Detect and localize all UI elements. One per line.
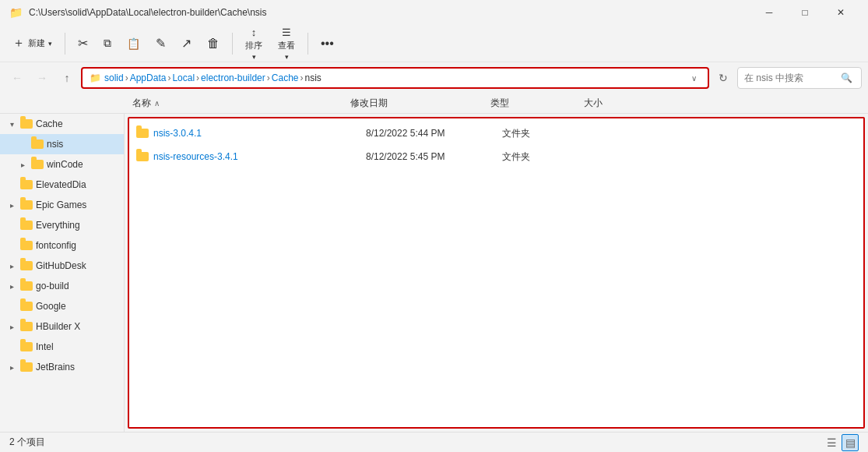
file-row-type-1: 文件夹 xyxy=(502,150,592,164)
sidebar-item-githubdesktop[interactable]: ▸ GitHubDesk xyxy=(0,256,124,276)
cut-button[interactable]: ✂ xyxy=(72,28,94,59)
breadcrumb-current: nsis xyxy=(304,72,321,83)
title-bar: 📁 C:\Users\solid\AppData\Local\electron-… xyxy=(0,0,868,25)
detail-view-button[interactable]: ▤ xyxy=(842,434,859,451)
folder-icon-gobuild xyxy=(20,280,33,292)
search-icon: 🔍 xyxy=(841,72,852,83)
sidebar-item-google[interactable]: ▸ Google xyxy=(0,296,124,316)
column-header-type[interactable]: 类型 xyxy=(484,94,578,113)
breadcrumb-local[interactable]: Local xyxy=(172,72,195,83)
more-icon: ••• xyxy=(321,37,334,51)
column-header-name[interactable]: 名称 ∧ xyxy=(126,94,344,113)
expand-icon-gobuild: ▸ xyxy=(6,281,17,291)
sort-arrow-name: ∧ xyxy=(154,99,160,108)
sidebar-item-intel[interactable]: ▸ Intel xyxy=(0,337,124,357)
view-label: 查看 xyxy=(278,40,295,51)
share-button[interactable]: ↗ xyxy=(175,28,198,59)
view-icon: ☰ xyxy=(282,26,291,38)
column-header-size[interactable]: 大小 xyxy=(578,94,640,113)
sidebar-item-hbuilderx[interactable]: ▸ HBuilder X xyxy=(0,316,124,337)
folder-icon-google xyxy=(20,300,33,313)
status-count: 2 个项目 xyxy=(9,436,45,449)
sidebar-label-elevated: ElevatedDia xyxy=(36,179,118,190)
address-dropdown-button[interactable]: ∨ xyxy=(686,70,701,86)
address-folder-icon: 📁 xyxy=(89,72,101,84)
new-label: 新建 xyxy=(28,37,45,49)
maximize-button[interactable]: □ xyxy=(787,0,823,25)
sidebar-item-cache[interactable]: ▾ Cache xyxy=(0,114,124,134)
folder-icon-cache xyxy=(20,118,33,130)
table-row[interactable]: nsis-3.0.4.1 8/12/2022 5:44 PM 文件夹 xyxy=(129,122,863,145)
search-button[interactable]: 🔍 xyxy=(841,72,852,83)
sidebar-item-elevateddialog[interactable]: ▸ ElevatedDia xyxy=(0,175,124,195)
chevron-down-icon: ▾ xyxy=(48,40,52,48)
up-button[interactable]: ↑ xyxy=(56,67,78,89)
folder-icon-wincode xyxy=(31,158,44,171)
forward-button[interactable]: → xyxy=(31,67,53,89)
sidebar: ▾ Cache ▸ nsis ▸ winCode ▸ xyxy=(0,114,125,432)
sidebar-label-wincode: winCode xyxy=(47,159,118,170)
minimize-button[interactable]: ─ xyxy=(751,0,787,25)
folder-icon-hbuilder xyxy=(20,320,33,333)
nav-bar: ← → ↑ 📁 solid › AppData › Local › electr… xyxy=(0,62,868,94)
view-button[interactable]: ☰ 查看 ▾ xyxy=(272,28,301,59)
search-input[interactable] xyxy=(744,72,838,83)
sort-button[interactable]: ↕ 排序 ▾ xyxy=(239,28,269,59)
folder-icon-jetbrains xyxy=(20,361,33,373)
breadcrumb-solid[interactable]: solid xyxy=(104,72,124,83)
list-view-button[interactable]: ☰ xyxy=(823,434,840,451)
folder-icon-nsis xyxy=(31,138,44,150)
sidebar-label-cache: Cache xyxy=(36,118,118,129)
expand-icon-wincode: ▸ xyxy=(17,159,28,170)
view-toggle-buttons: ☰ ▤ xyxy=(823,434,859,451)
sidebar-label-fontconfig: fontconfig xyxy=(36,240,118,251)
sidebar-label-jetbrains: JetBrains xyxy=(36,362,118,373)
expand-icon-epic: ▸ xyxy=(6,200,17,210)
folder-icon-nsis-3041 xyxy=(136,129,149,138)
back-button[interactable]: ← xyxy=(6,67,28,89)
sidebar-item-nsis[interactable]: ▸ nsis xyxy=(0,134,124,154)
sidebar-item-jetbrains[interactable]: ▸ JetBrains xyxy=(0,357,124,377)
delete-icon: 🗑 xyxy=(207,37,220,51)
folder-icon: 📁 xyxy=(9,6,23,19)
title-bar-path: 📁 C:\Users\solid\AppData\Local\electron-… xyxy=(9,6,266,19)
refresh-button[interactable]: ↻ xyxy=(712,67,734,89)
toolbar-separator-3 xyxy=(307,33,308,55)
sidebar-label-intel: Intel xyxy=(36,341,118,352)
view-chevron-icon: ▾ xyxy=(285,53,289,61)
column-header-date[interactable]: 修改日期 xyxy=(344,94,484,113)
copy-button[interactable]: ⧉ xyxy=(97,28,118,59)
folder-icon-everything xyxy=(20,219,33,231)
paste-button[interactable]: 📋 xyxy=(121,28,146,59)
sidebar-item-wincode[interactable]: ▸ winCode xyxy=(0,154,124,175)
sidebar-item-fontconfig[interactable]: ▸ fontconfig xyxy=(0,235,124,256)
table-row[interactable]: nsis-resources-3.4.1 8/12/2022 5:45 PM 文… xyxy=(129,145,863,168)
breadcrumb: solid › AppData › Local › electron-build… xyxy=(104,72,683,83)
sidebar-label-epic: Epic Games xyxy=(36,200,118,210)
file-name-nsis-resources[interactable]: nsis-resources-3.4.1 xyxy=(153,151,238,162)
breadcrumb-cache[interactable]: Cache xyxy=(272,72,299,83)
folder-icon-elevated xyxy=(20,178,33,191)
address-bar[interactable]: 📁 solid › AppData › Local › electron-bui… xyxy=(81,67,709,89)
sidebar-item-everything[interactable]: ▸ Everything xyxy=(0,215,124,235)
breadcrumb-appdata[interactable]: AppData xyxy=(130,72,167,83)
share-icon: ↗ xyxy=(181,36,192,51)
sidebar-item-gobuild[interactable]: ▸ go-build xyxy=(0,276,124,296)
breadcrumb-electron-builder[interactable]: electron-builder xyxy=(201,72,265,83)
delete-button[interactable]: 🗑 xyxy=(201,28,226,59)
folder-icon-github xyxy=(20,260,33,272)
rename-button[interactable]: ✎ xyxy=(149,28,172,59)
new-button[interactable]: ＋ 新建 ▾ xyxy=(6,28,58,59)
expand-icon-hbuilder: ▸ xyxy=(6,321,17,332)
file-name-nsis-3041[interactable]: nsis-3.0.4.1 xyxy=(153,128,202,139)
sidebar-label-gobuild: go-build xyxy=(36,281,118,291)
folder-icon-fontconfig xyxy=(20,239,33,252)
rename-icon: ✎ xyxy=(156,36,166,51)
sidebar-label-github: GitHubDesk xyxy=(36,260,118,271)
close-button[interactable]: ✕ xyxy=(823,0,859,25)
toolbar: ＋ 新建 ▾ ✂ ⧉ 📋 ✎ ↗ 🗑 ↕ 排序 ▾ ☰ 查看 ▾ ••• xyxy=(0,25,868,62)
more-button[interactable]: ••• xyxy=(315,28,340,59)
main-content: ▾ Cache ▸ nsis ▸ winCode ▸ xyxy=(0,114,868,432)
sidebar-item-epicgames[interactable]: ▸ Epic Games xyxy=(0,195,124,215)
file-row-name: nsis-3.0.4.1 xyxy=(136,128,366,139)
